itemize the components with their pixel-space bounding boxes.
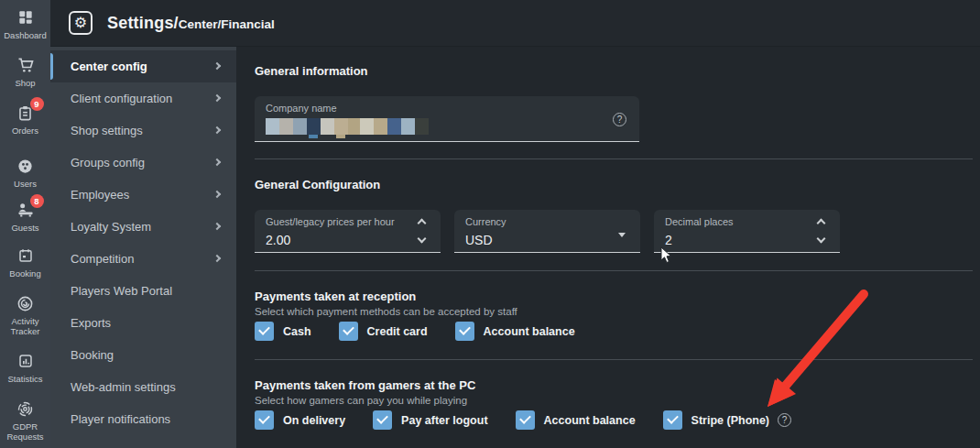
sidebar-item-label: Groups config (71, 156, 145, 169)
rail-item-gdpr-requests[interactable]: GDPR Requests (0, 399, 50, 442)
chevron-right-icon (213, 254, 221, 261)
checkbox-stripe-phone: Stripe (Phone) ? (663, 410, 791, 430)
rail-item-statistics[interactable]: Statistics (0, 351, 50, 384)
checkbox-checked-icon[interactable] (339, 322, 358, 341)
stepper (814, 215, 829, 248)
section-subtitle-payments-reception: Select which payment methods can be acce… (255, 306, 517, 317)
field-value: 2.00 (266, 233, 290, 247)
checkbox-checked-icon[interactable] (663, 410, 682, 430)
rail-label: Guests (11, 223, 38, 233)
rail-item-shop[interactable]: Shop (0, 55, 50, 88)
page-header: ⚙ Settings/ Center/Financial (50, 0, 980, 47)
stepper-up-button[interactable] (415, 215, 430, 228)
sidebar-item-exports[interactable]: Exports (50, 307, 236, 339)
sidebar-item-competition[interactable]: Competition (50, 243, 236, 275)
checkbox-credit-card: Credit card (339, 322, 428, 341)
chevron-up-icon (817, 219, 826, 228)
sidebar-item-loyalty-system[interactable]: Loyalty System (50, 211, 236, 243)
settings-gear-icon: ⚙ (69, 11, 93, 35)
chevron-down-icon (418, 235, 427, 244)
users-icon (16, 156, 36, 176)
decimal-places-field[interactable]: Decimal places 2 (654, 210, 840, 253)
checkbox-label: Stripe (Phone) (691, 414, 769, 427)
rail-label: Statistics (7, 374, 42, 384)
checkbox-cash: Cash (255, 322, 311, 341)
rail-item-guests[interactable]: 8 Guests (0, 200, 50, 233)
company-name-redacted-value (266, 118, 429, 135)
rail-item-activity-tracker[interactable]: Activity Tracker (0, 293, 50, 336)
checkbox-checked-icon[interactable] (516, 410, 535, 430)
sidebar-item-shop-settings[interactable]: Shop settings (50, 115, 236, 147)
sidebar-item-client-configuration[interactable]: Client configuration (50, 82, 236, 115)
sidebar-item-booking[interactable]: Booking (50, 339, 236, 371)
company-name-field[interactable]: Company name ? (255, 96, 639, 142)
sidebar-item-label: Employees (71, 188, 129, 202)
rail-label: Activity Tracker (11, 316, 40, 336)
sidebar-item-web-admin-settings[interactable]: Web-admin settings (50, 371, 236, 403)
cart-icon (16, 55, 36, 75)
help-icon[interactable]: ? (778, 413, 791, 427)
checkbox-label: Cash (283, 325, 311, 338)
dashboard-icon (16, 7, 36, 27)
chevron-right-icon (213, 222, 221, 229)
page-subtitle: Center/Financial (179, 17, 275, 31)
sidebar-item-label: Loyalty System (71, 220, 151, 234)
section-title-payments-reception: Payments taken at reception (255, 290, 416, 303)
settings-sidebar: Center config Client configuration Shop … (50, 47, 236, 448)
stepper (415, 215, 430, 248)
sidebar-item-label: Client configuration (71, 92, 172, 105)
section-title-general-information: General information (255, 64, 368, 78)
rail-label: Booking (9, 268, 40, 279)
sidebar-item-label: Center config (71, 60, 147, 73)
checkbox-account-balance-pc: Account balance (516, 410, 636, 430)
sidebar-item-player-notifications[interactable]: Player notifications (50, 403, 236, 435)
stepper-down-button[interactable] (415, 234, 430, 246)
rail-item-users[interactable]: Users (0, 156, 50, 189)
sidebar-item-label: Player notifications (71, 412, 170, 426)
checkbox-account-balance: Account balance (455, 322, 575, 341)
section-divider (255, 270, 973, 271)
stepper-up-button[interactable] (814, 215, 829, 228)
guest-prices-per-hour-field[interactable]: Guest/legacy prices per hour 2.00 (255, 210, 441, 253)
sidebar-item-players-web-portal[interactable]: Players Web Portal (50, 275, 236, 307)
orders-badge: 9 (30, 97, 44, 111)
checkbox-pay-after-logout: Pay after logout (373, 410, 487, 430)
reception-payment-options: Cash Credit card Account balance (255, 322, 603, 341)
checkbox-label: Account balance (544, 414, 636, 427)
sidebar-item-label: Web-admin settings (71, 380, 176, 394)
pc-payment-options: On delivery Pay after logout Account bal… (255, 410, 819, 430)
rail-item-dashboard[interactable]: Dashboard (0, 7, 50, 40)
rail-item-orders[interactable]: 9 Orders (0, 103, 50, 136)
sidebar-item-employees[interactable]: Employees (50, 179, 236, 211)
statistics-icon (16, 351, 36, 371)
checkbox-label: Credit card (367, 325, 428, 338)
chevron-right-icon (213, 61, 221, 69)
calendar-icon (16, 246, 36, 266)
rail-label: Orders (12, 126, 38, 136)
help-icon[interactable]: ? (613, 113, 626, 126)
field-label: Decimal places (665, 216, 734, 227)
section-title-general-configuration: General Configuration (255, 178, 380, 191)
fingerprint-icon (16, 399, 36, 419)
rail-item-booking[interactable]: Booking (0, 246, 50, 279)
stepper-down-button[interactable] (814, 234, 829, 246)
breadcrumb: Settings/ Center/Financial (107, 14, 275, 33)
currency-select[interactable]: Currency USD (454, 210, 640, 253)
checkbox-on-delivery: On delivery (255, 410, 345, 430)
sidebar-item-label: Booking (71, 348, 114, 362)
icon-rail: Dashboard Shop 9 Orders (0, 0, 50, 448)
sidebar-item-label: Exports (71, 316, 111, 330)
sidebar-item-center-config[interactable]: Center config (50, 50, 236, 82)
chevron-down-icon (817, 235, 826, 244)
sidebar-item-groups-config[interactable]: Groups config (50, 147, 236, 179)
checkbox-checked-icon[interactable] (255, 322, 274, 341)
field-label: Guest/legacy prices per hour (266, 216, 395, 227)
checkbox-checked-icon[interactable] (455, 322, 474, 341)
rail-label: Users (14, 179, 37, 189)
checkbox-checked-icon[interactable] (255, 410, 274, 430)
field-value: USD (465, 233, 493, 247)
checkbox-checked-icon[interactable] (373, 410, 392, 430)
sidebar-item-label: Players Web Portal (71, 284, 172, 298)
dropdown-caret-icon (618, 233, 626, 237)
sidebar-item-label: Shop settings (71, 124, 143, 137)
